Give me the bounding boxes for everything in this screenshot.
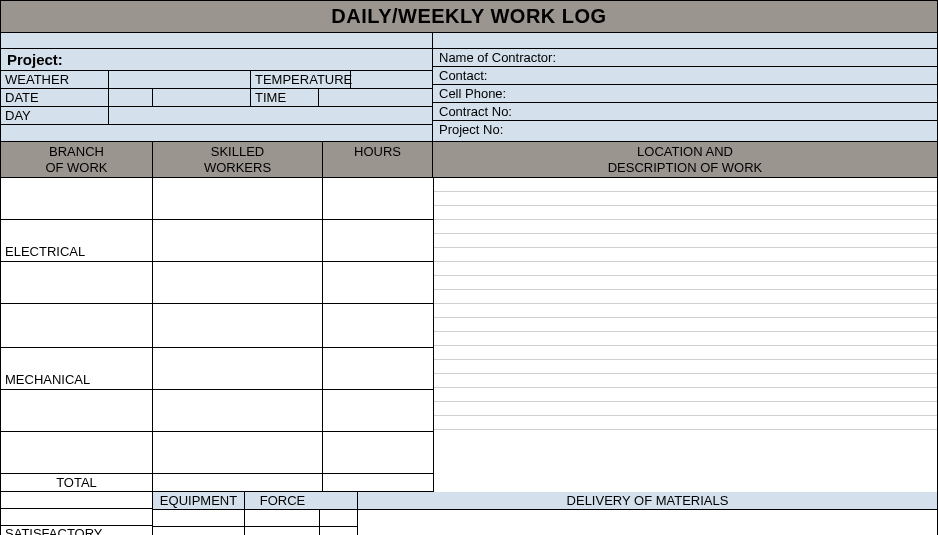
delivery-header: DELIVERY OF MATERIALS [358, 492, 937, 510]
hours-cell[interactable] [323, 262, 433, 303]
total-hours[interactable] [323, 474, 433, 491]
branch-cell[interactable] [1, 432, 153, 473]
work-row: ELECTRICAL [1, 220, 433, 262]
delivery-body[interactable] [358, 510, 937, 535]
skilled-cell[interactable] [153, 304, 323, 347]
work-row [1, 178, 433, 220]
eq-row[interactable] [153, 527, 358, 535]
header-hours: HOURS [323, 142, 433, 177]
empty-cell[interactable] [1, 492, 153, 509]
hours-cell[interactable] [323, 178, 433, 219]
day-label: DAY [1, 107, 109, 124]
skilled-cell[interactable] [153, 348, 323, 389]
branch-cell[interactable] [1, 178, 153, 219]
info-right: Name of Contractor: Contact: Cell Phone:… [433, 33, 937, 141]
info-left: Project: WEATHER TEMPERATURE DATE TIME D… [1, 33, 433, 141]
description-area [433, 178, 937, 492]
work-row [1, 390, 433, 432]
info-section: Project: WEATHER TEMPERATURE DATE TIME D… [1, 33, 937, 141]
empty-cell[interactable] [1, 509, 153, 526]
work-row: MECHANICAL [1, 348, 433, 390]
skilled-cell[interactable] [153, 432, 323, 473]
equipment-header: EQUIPMENT [153, 492, 245, 509]
spacer [433, 33, 937, 49]
time-value[interactable] [319, 89, 432, 106]
blank-description[interactable] [434, 430, 937, 472]
total-row: TOTAL [1, 474, 433, 492]
date-label: DATE [1, 89, 109, 106]
total-label: TOTAL [1, 474, 153, 491]
hours-cell[interactable] [323, 432, 433, 473]
contractno-label: Contract No: [433, 103, 937, 121]
date-row: DATE TIME [1, 89, 432, 107]
day-row: DAY [1, 107, 432, 125]
hours-cell[interactable] [323, 220, 433, 261]
skilled-cell[interactable] [153, 262, 323, 303]
header-location: LOCATION AND DESCRIPTION OF WORK [433, 142, 937, 177]
bottom-mid: EQUIPMENT FORCE [153, 492, 358, 535]
work-row [1, 432, 433, 474]
hours-cell[interactable] [323, 390, 433, 431]
date-value-2[interactable] [153, 89, 251, 106]
main-body: ELECTRICAL MECHANICAL [1, 178, 937, 492]
work-row [1, 262, 433, 304]
branch-cell[interactable] [1, 262, 153, 303]
branch-cell[interactable] [1, 304, 153, 347]
skilled-cell[interactable] [153, 178, 323, 219]
day-value[interactable] [109, 107, 432, 124]
header-branch: BRANCH OF WORK [1, 142, 153, 177]
contact-label: Contact: [433, 67, 937, 85]
spacer [1, 125, 432, 141]
bottom-section: SATISFACTORY UNSATISFACTORY EQUIPMENT FO… [1, 492, 937, 535]
satisfactory-label: SATISFACTORY [1, 526, 153, 535]
projectno-label: Project No: [433, 121, 937, 138]
weather-row: WEATHER TEMPERATURE [1, 71, 432, 89]
eq-header: EQUIPMENT FORCE [153, 492, 358, 510]
work-table: ELECTRICAL MECHANICAL [1, 178, 433, 492]
branch-cell[interactable]: ELECTRICAL [1, 220, 153, 261]
temperature-label: TEMPERATURE [251, 71, 351, 88]
branch-cell[interactable]: MECHANICAL [1, 348, 153, 389]
weather-value[interactable] [109, 71, 251, 88]
header-skilled: SKILLED WORKERS [153, 142, 323, 177]
column-headers: BRANCH OF WORK SKILLED WORKERS HOURS LOC… [1, 141, 937, 178]
project-label: Project: [1, 49, 432, 71]
lined-description[interactable] [434, 178, 937, 430]
force-header: FORCE [245, 492, 320, 509]
spacer [1, 33, 432, 49]
weather-label: WEATHER [1, 71, 109, 88]
bottom-right: DELIVERY OF MATERIALS [358, 492, 937, 535]
eq-row[interactable] [153, 510, 358, 527]
work-log-form: DAILY/WEEKLY WORK LOG Project: WEATHER T… [0, 0, 938, 535]
hours-cell[interactable] [323, 348, 433, 389]
total-skilled[interactable] [153, 474, 323, 491]
skilled-cell[interactable] [153, 220, 323, 261]
temperature-value[interactable] [351, 71, 432, 88]
work-row [1, 304, 433, 348]
contractor-label: Name of Contractor: [433, 49, 937, 67]
form-title: DAILY/WEEKLY WORK LOG [1, 1, 937, 33]
time-label: TIME [251, 89, 319, 106]
hours-cell[interactable] [323, 304, 433, 347]
skilled-cell[interactable] [153, 390, 323, 431]
bottom-left: SATISFACTORY UNSATISFACTORY [1, 492, 153, 535]
cellphone-label: Cell Phone: [433, 85, 937, 103]
branch-cell[interactable] [1, 390, 153, 431]
date-value-1[interactable] [109, 89, 153, 106]
